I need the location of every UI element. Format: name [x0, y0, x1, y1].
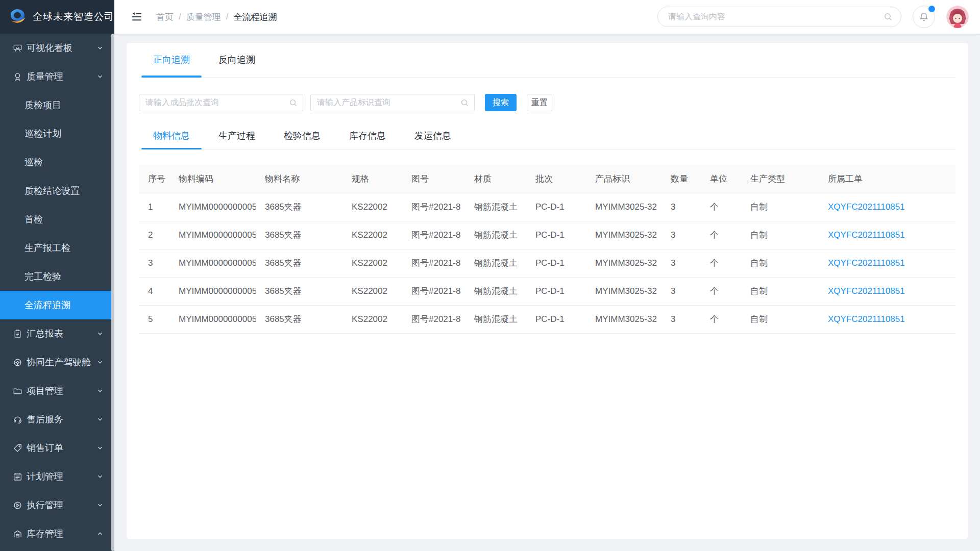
breadcrumb-quality-management[interactable]: 质量管理: [186, 11, 221, 23]
cell-material-code: MYIMM000000000561: [169, 221, 256, 249]
sidebar-item-summary-reports[interactable]: 汇总报表: [0, 319, 114, 348]
search-button[interactable]: 搜索: [485, 94, 517, 111]
cell-production-type: 自制: [741, 277, 819, 305]
cell-product-id: MYIMM3025-32: [586, 193, 662, 221]
tab-material-info[interactable]: 物料信息: [139, 130, 204, 149]
cell-product-id: MYIMM3025-32: [586, 221, 662, 249]
work-order-link[interactable]: XQYFC2021110851: [819, 277, 955, 305]
sidebar-subitem-first-inspection[interactable]: 首检: [0, 205, 114, 234]
chevron-down-icon: [97, 416, 103, 422]
cell-batch: PC-D-1: [526, 249, 586, 277]
col-unit: 单位: [701, 165, 741, 193]
menu-fold-icon[interactable]: [131, 11, 143, 23]
cell-quantity: 3: [662, 193, 701, 221]
cell-unit: 个: [701, 249, 741, 277]
cell-product-id: MYIMM3025-32: [586, 277, 662, 305]
search-icon: [289, 98, 298, 109]
sidebar-item-project-management[interactable]: 项目管理: [0, 377, 114, 405]
cell-unit: 个: [701, 193, 741, 221]
col-quantity: 数量: [662, 165, 701, 193]
cell-material-quality: 钢筋混凝土: [465, 249, 526, 277]
sidebar-scrollbar-thumb[interactable]: [111, 34, 114, 551]
sidebar-item-plan-management[interactable]: 计划管理: [0, 462, 114, 491]
sidebar: 全球未来智造公司 可视化看板 质量管理 质检项目 巡检计划: [0, 0, 114, 551]
col-batch: 批次: [526, 165, 586, 193]
cell-quantity: 3: [662, 305, 701, 333]
work-order-link[interactable]: XQYFC2021110851: [819, 305, 955, 333]
col-work-order: 所属工单: [819, 165, 955, 193]
filter-row: 搜索 重置: [139, 94, 955, 111]
main-content: 正向追溯 反向追溯 搜索 重置 物料信息: [114, 34, 980, 551]
cell-spec: KS22002: [342, 277, 402, 305]
company-logo-icon: [7, 7, 28, 27]
chevron-down-icon: [97, 388, 103, 394]
sidebar-item-label: 首检: [24, 213, 43, 226]
work-order-link[interactable]: XQYFC2021110851: [819, 249, 955, 277]
cell-material-code: MYIMM000000000561: [169, 249, 256, 277]
cell-spec: KS22002: [342, 193, 402, 221]
sidebar-subitem-patrol-plan[interactable]: 巡检计划: [0, 119, 114, 148]
reset-button[interactable]: 重置: [527, 94, 552, 111]
cell-spec: KS22002: [342, 221, 402, 249]
sidebar-item-label: 全流程追溯: [24, 299, 70, 311]
sidebar-subitem-inspection-conclusion-settings[interactable]: 质检结论设置: [0, 177, 114, 205]
cell-serial: 5: [139, 305, 169, 333]
tab-inspection-info[interactable]: 检验信息: [270, 130, 335, 149]
col-production-type: 生产类型: [741, 165, 819, 193]
global-search-input[interactable]: [668, 12, 880, 21]
tab-reverse-trace[interactable]: 反向追溯: [204, 43, 270, 77]
sidebar-subitem-production-report-inspection[interactable]: 生产报工检: [0, 234, 114, 262]
product-id-search-field: [310, 94, 475, 111]
table-row: 3 MYIMM000000000561 3685夹器 KS22002 图号#20…: [139, 249, 955, 277]
cell-drawing-no: 图号#2021-8: [402, 221, 465, 249]
sidebar-item-quality-management[interactable]: 质量管理: [0, 62, 114, 91]
sidebar-subitem-inspection-items[interactable]: 质检项目: [0, 91, 114, 119]
table-row: 1 MYIMM000000000561 3685夹器 KS22002 图号#20…: [139, 193, 955, 221]
chevron-down-icon: [97, 502, 103, 508]
sidebar-subitem-full-process-trace[interactable]: 全流程追溯: [0, 291, 114, 319]
breadcrumb-separator: /: [226, 12, 229, 22]
cell-material-code: MYIMM000000000561: [169, 193, 256, 221]
cell-spec: KS22002: [342, 305, 402, 333]
sidebar-item-label: 生产报工检: [24, 242, 70, 254]
sidebar-item-label: 完工检验: [24, 270, 61, 283]
sidebar-item-sales-orders[interactable]: 销售订单: [0, 434, 114, 462]
notification-bell-button[interactable]: [913, 6, 935, 28]
tab-forward-trace[interactable]: 正向追溯: [139, 43, 204, 77]
global-search: [657, 7, 901, 27]
sidebar-subitem-patrol-inspection[interactable]: 巡检: [0, 148, 114, 177]
sidebar-item-collaborative-cockpit[interactable]: 协同生产驾驶舱: [0, 348, 114, 377]
sidebar-item-execution-management[interactable]: 执行管理: [0, 491, 114, 519]
cell-batch: PC-D-1: [526, 277, 586, 305]
sidebar-item-label: 计划管理: [27, 470, 63, 483]
cell-serial: 1: [139, 193, 169, 221]
trace-card: 正向追溯 反向追溯 搜索 重置 物料信息: [127, 43, 968, 539]
table-row: 2 MYIMM000000000561 3685夹器 KS22002 图号#20…: [139, 221, 955, 249]
product-id-search-input[interactable]: [317, 98, 457, 107]
breadcrumb-home[interactable]: 首页: [156, 11, 174, 23]
cell-unit: 个: [701, 221, 741, 249]
sidebar-item-after-sales[interactable]: 售后服务: [0, 405, 114, 434]
cell-quantity: 3: [662, 249, 701, 277]
sidebar-item-visual-dashboard[interactable]: 可视化看板: [0, 34, 114, 62]
sidebar-item-label: 库存管理: [27, 528, 63, 540]
table-row: 5 MYIMM000000000561 3685夹器 KS22002 图号#20…: [139, 305, 955, 333]
cell-batch: PC-D-1: [526, 193, 586, 221]
cell-material-code: MYIMM000000000561: [169, 305, 256, 333]
table-row: 4 MYIMM000000000561 3685夹器 KS22002 图号#20…: [139, 277, 955, 305]
work-order-link[interactable]: XQYFC2021110851: [819, 193, 955, 221]
cell-unit: 个: [701, 305, 741, 333]
batch-search-input[interactable]: [145, 98, 285, 107]
work-order-link[interactable]: XQYFC2021110851: [819, 221, 955, 249]
steering-wheel-icon: [12, 357, 22, 367]
company-name: 全球未来智造公司: [33, 10, 114, 23]
tab-shipping-info[interactable]: 发运信息: [400, 130, 465, 149]
sidebar-subitem-completion-inspection[interactable]: 完工检验: [0, 262, 114, 291]
tab-production-process[interactable]: 生产过程: [204, 130, 270, 149]
user-avatar[interactable]: [946, 6, 969, 28]
tab-inventory-info[interactable]: 库存信息: [335, 130, 400, 149]
sidebar-item-inventory-management[interactable]: 库存管理: [0, 519, 114, 548]
breadcrumb-current: 全流程追溯: [233, 11, 277, 23]
cell-material-name: 3685夹器: [256, 221, 342, 249]
tag-icon: [12, 443, 22, 453]
